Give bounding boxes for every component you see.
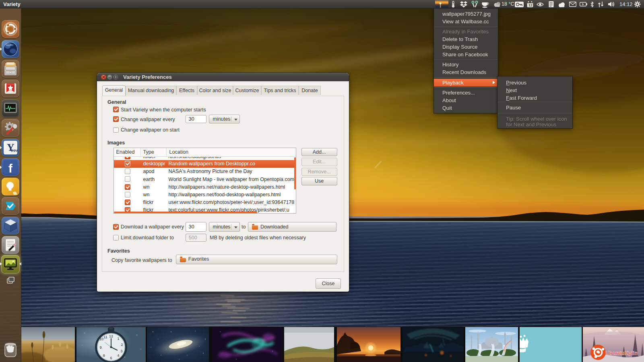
- svg-text:12: 12: [109, 334, 113, 338]
- svg-text:3: 3: [120, 349, 122, 353]
- svg-text:PPA: PPA: [11, 149, 19, 153]
- svg-text:4: 4: [117, 354, 119, 358]
- svg-text:12: 12: [528, 3, 533, 7]
- svg-text:UbuntuKylin: UbuntuKylin: [605, 350, 638, 356]
- svg-text:10: 10: [99, 337, 103, 341]
- svg-text:1: 1: [117, 337, 119, 341]
- svg-text:f: f: [8, 162, 13, 175]
- svg-text:11: 11: [103, 335, 107, 339]
- svg-text:2: 2: [121, 343, 123, 347]
- svg-text:6: 6: [110, 356, 112, 360]
- svg-text:8: 8: [103, 354, 105, 358]
- svg-text:9: 9: [99, 346, 101, 350]
